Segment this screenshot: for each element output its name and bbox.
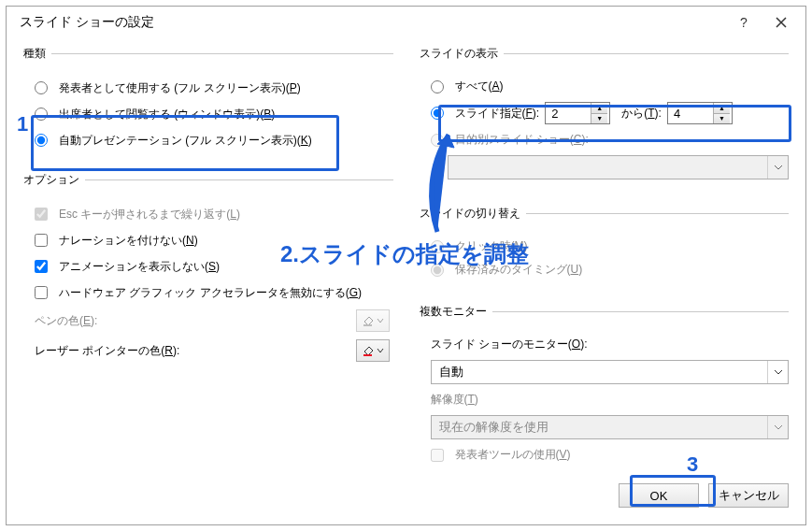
radio-auto[interactable]: 自動プレゼンテーション (フル スクリーン表示)(K) [23,127,393,153]
group-show-legend: スライドの表示 [420,46,504,62]
from-spin[interactable]: ▲▼ [545,102,610,124]
laser-color-button[interactable] [356,339,390,362]
group-monitors-legend: 複数モニター [420,304,492,320]
group-monitors: 複数モニター スライド ショーのモニター(O): 自動 解像度(T) 現在の解像… [420,304,790,474]
group-options-legend: オプション [23,172,85,188]
group-show: スライドの表示 すべて(A) スライド指定(F): ▲▼ から(T): ▲▼ [420,46,790,191]
spin-down-icon[interactable]: ▼ [591,114,607,124]
group-kind-legend: 種類 [23,46,51,62]
chevron-down-icon [767,416,788,438]
radio-presenter[interactable]: 発表者として使用する (フル スクリーン表示)(P) [23,75,393,101]
slide-range-row: スライド指定(F): ▲▼ から(T): ▲▼ [420,98,790,128]
group-options: オプション Esc キーが押されるまで繰り返す(L) ナレーションを付けない(N… [23,172,393,369]
custom-show-combo [448,155,790,179]
close-button[interactable] [762,10,800,35]
check-presenter-view: 発表者ツールの使用(V) [420,443,790,466]
chevron-down-icon [377,314,384,327]
chevron-down-icon [377,344,384,357]
radio-all[interactable]: すべて(A) [420,75,790,98]
check-esc: Esc キーが押されるまで繰り返す(L) [23,201,393,227]
chevron-down-icon [767,156,788,179]
slideshow-settings-dialog: スライド ショーの設定 ? 種類 発表者として使用する (フル スクリーン表示)… [6,6,806,525]
from-input[interactable] [546,103,591,123]
close-icon [776,17,787,28]
check-narration[interactable]: ナレーションを付けない(N) [23,227,393,253]
titlebar: スライド ショーの設定 ? [7,7,805,38]
paint-bucket-icon [362,314,375,327]
check-hwaccel[interactable]: ハードウェア グラフィック アクセラレータを無効にする(G) [23,280,393,306]
group-switch: スライドの切り替え クリック時(M) 保存済みのタイミング(U) [420,206,790,289]
spin-up-icon[interactable]: ▲ [714,103,730,114]
resolution-combo: 現在の解像度を使用 [431,415,790,439]
radio-click: クリック時(M) [420,235,790,258]
ok-button[interactable]: OK [619,483,699,508]
radio-custom-show: 目的別スライド ショー(C): [420,128,790,151]
dialog-title: スライド ショーの設定 [20,14,154,31]
spin-down-icon[interactable]: ▼ [714,114,730,124]
svg-rect-0 [363,324,372,326]
paint-bucket-icon [362,344,375,357]
spin-up-icon[interactable]: ▲ [591,103,607,114]
radio-range[interactable] [431,107,444,120]
laser-color-row: レーザー ポインターの色(R): [23,336,393,366]
pen-color-button[interactable] [356,309,390,332]
check-animation[interactable]: アニメーションを表示しない(S) [23,253,393,280]
chevron-down-icon[interactable] [767,361,788,383]
group-kind: 種類 発表者として使用する (フル スクリーン表示)(P) 出席者として閲覧する… [23,46,393,157]
to-spin[interactable]: ▲▼ [667,102,733,124]
pen-color-row: ペンの色(E): [23,306,393,336]
to-input[interactable] [668,103,713,123]
radio-attendee[interactable]: 出席者として閲覧する (ウィンドウ表示)(B) [23,101,393,127]
group-switch-legend: スライドの切り替え [420,206,526,222]
radio-timing: 保存済みのタイミング(U) [420,258,790,281]
help-button[interactable]: ? [725,10,762,35]
cancel-button[interactable]: キャンセル [708,483,789,508]
monitor-combo[interactable]: 自動 [431,360,790,384]
svg-rect-1 [363,354,372,356]
